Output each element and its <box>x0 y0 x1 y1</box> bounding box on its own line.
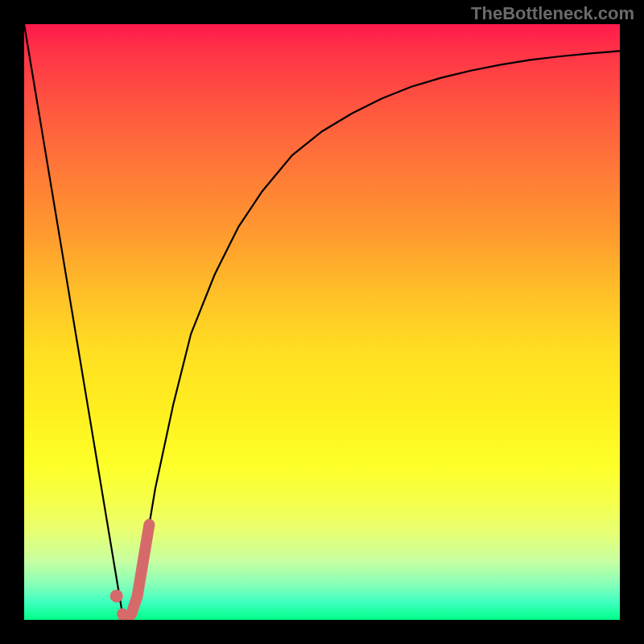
watermark-text: TheBottleneck.com <box>471 3 634 24</box>
highlight-segment <box>122 525 149 620</box>
chart-svg <box>24 24 620 620</box>
bottleneck-curve <box>24 24 620 620</box>
chart-plot-area <box>24 24 620 620</box>
highlight-marker <box>110 589 123 602</box>
